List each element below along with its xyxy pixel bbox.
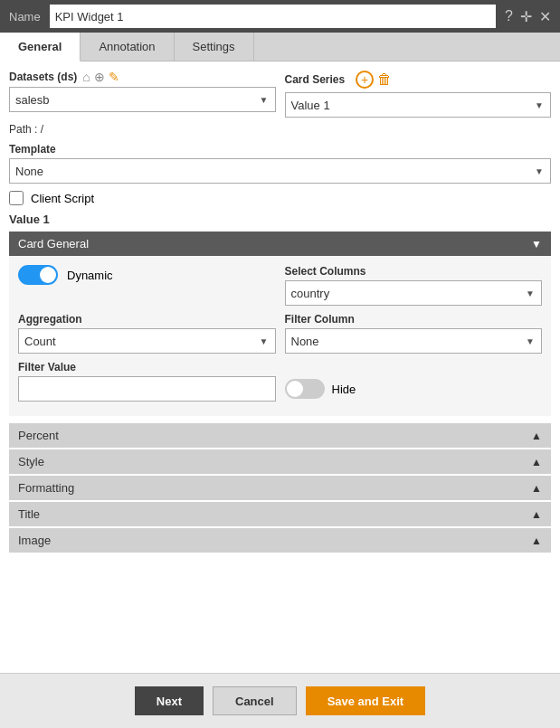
path-row: Path : /: [9, 123, 551, 136]
hide-toggle[interactable]: [285, 379, 325, 399]
cancel-button[interactable]: Cancel: [213, 686, 297, 715]
dynamic-section: Dynamic: [18, 265, 276, 306]
tab-annotation[interactable]: Annotation: [81, 33, 174, 61]
formatting-label: Formatting: [18, 481, 74, 495]
client-script-row: Client Script: [9, 191, 551, 205]
percent-label: Percent: [18, 429, 59, 442]
main-content: Datasets (ds) ⌂ ⊕ ✎ salesb Card Series +…: [0, 61, 560, 673]
title-section-header[interactable]: Title ▲: [9, 502, 551, 526]
percent-chevron: ▲: [531, 430, 542, 442]
save-and-exit-button[interactable]: Save and Exit: [306, 686, 426, 715]
move-icon[interactable]: ✛: [520, 8, 532, 25]
card-series-section: Card Series + 🗑 Value 1: [285, 71, 552, 118]
top-fields-row: Datasets (ds) ⌂ ⊕ ✎ salesb Card Series +…: [9, 71, 551, 118]
image-chevron: ▲: [531, 534, 542, 547]
dynamic-columns-row: Dynamic Select Columns country: [18, 265, 542, 306]
image-label: Image: [18, 534, 51, 547]
hide-label: Hide: [332, 383, 356, 396]
template-label: Template: [9, 143, 551, 156]
title-label: Title: [18, 507, 40, 521]
filter-column-select[interactable]: None: [285, 328, 543, 354]
filter-value-row: Filter Value Hide: [18, 361, 542, 402]
select-columns-label: Select Columns: [285, 265, 543, 278]
collapsed-sections: Percent ▲ Style ▲ Formatting ▲ Title ▲ I…: [9, 423, 551, 553]
card-general-label: Card General: [18, 237, 89, 251]
widget-name-input[interactable]: [50, 5, 496, 28]
datasets-header-row: Datasets (ds) ⌂ ⊕ ✎: [9, 71, 276, 83]
filter-value-input[interactable]: [18, 376, 276, 402]
template-section: Template None: [9, 143, 551, 184]
template-select-wrapper: None: [9, 158, 551, 184]
datasets-select[interactable]: salesb: [9, 87, 276, 112]
filter-column-wrapper: None: [285, 328, 543, 354]
style-label: Style: [18, 455, 44, 468]
datasets-select-wrapper: salesb: [9, 87, 276, 112]
select-columns-wrapper: country: [285, 280, 543, 306]
formatting-chevron: ▲: [531, 482, 542, 495]
datasets-home-icon[interactable]: ⌂: [82, 71, 90, 83]
tab-general[interactable]: General: [0, 33, 81, 61]
filter-value-section: Filter Value: [18, 361, 276, 402]
template-select[interactable]: None: [9, 158, 551, 184]
card-series-select[interactable]: Value 1: [285, 92, 552, 118]
select-columns-section: Select Columns country: [285, 265, 543, 306]
path-label: Path :: [9, 123, 37, 136]
card-general-header[interactable]: Card General ▼: [9, 232, 551, 256]
card-series-header-row: Card Series + 🗑: [285, 71, 552, 89]
bottom-bar: Next Cancel Save and Exit: [0, 673, 560, 728]
title-bar: Name ? ✛ ✕: [0, 0, 560, 33]
close-icon[interactable]: ✕: [539, 8, 551, 25]
value-1-label: Value 1: [9, 213, 551, 226]
card-series-icons: + 🗑: [356, 71, 392, 89]
datasets-label: Datasets (ds): [9, 71, 77, 83]
title-bar-icons: ? ✛ ✕: [505, 8, 551, 25]
datasets-section: Datasets (ds) ⌂ ⊕ ✎ salesb: [9, 71, 276, 112]
style-section-header[interactable]: Style ▲: [9, 449, 551, 474]
hide-section: Hide: [285, 361, 543, 399]
aggregation-section: Aggregation Count: [18, 313, 276, 354]
card-series-add-icon[interactable]: +: [356, 71, 374, 89]
title-chevron: ▲: [531, 508, 542, 521]
datasets-icons: ⌂ ⊕ ✎: [82, 71, 119, 83]
percent-section-header[interactable]: Percent ▲: [9, 423, 551, 448]
next-button[interactable]: Next: [135, 686, 204, 715]
formatting-section-header[interactable]: Formatting ▲: [9, 476, 551, 500]
help-icon[interactable]: ?: [505, 8, 513, 25]
card-series-select-wrapper: Value 1: [285, 92, 552, 118]
client-script-label: Client Script: [31, 192, 94, 205]
select-columns-select[interactable]: country: [285, 280, 543, 306]
filter-column-section: Filter Column None: [285, 313, 543, 354]
name-label: Name: [9, 10, 41, 24]
card-series-delete-icon[interactable]: 🗑: [377, 71, 392, 88]
path-value: /: [41, 123, 43, 136]
aggregation-label: Aggregation: [18, 313, 276, 326]
aggregation-select[interactable]: Count: [18, 328, 276, 354]
filter-value-label: Filter Value: [18, 361, 276, 373]
dynamic-toggle-row: Dynamic: [18, 265, 276, 285]
tab-bar: General Annotation Settings: [0, 33, 560, 61]
image-section-header[interactable]: Image ▲: [9, 528, 551, 553]
filter-column-label: Filter Column: [285, 313, 543, 326]
tab-settings[interactable]: Settings: [175, 33, 254, 61]
client-script-checkbox[interactable]: [9, 191, 24, 205]
card-series-label: Card Series: [285, 73, 346, 86]
style-chevron: ▲: [531, 456, 542, 468]
datasets-add-icon[interactable]: ⊕: [94, 71, 105, 83]
dynamic-toggle[interactable]: [18, 265, 58, 285]
aggregation-filter-row: Aggregation Count Filter Column None: [18, 313, 542, 354]
datasets-edit-icon[interactable]: ✎: [109, 71, 119, 83]
card-general-content: Dynamic Select Columns country Aggregati…: [9, 256, 551, 416]
dynamic-label: Dynamic: [67, 269, 113, 282]
aggregation-wrapper: Count: [18, 328, 276, 354]
card-general-chevron: ▼: [531, 238, 542, 251]
